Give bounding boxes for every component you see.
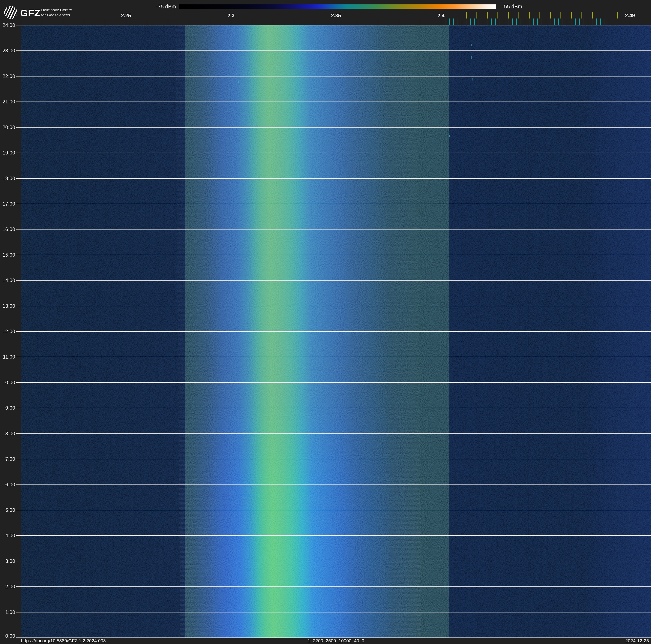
freq-minor-tick — [273, 19, 273, 25]
wifi-channel-tick — [550, 12, 551, 19]
time-gridline — [17, 408, 651, 408]
bluetooth-channel-tick — [563, 19, 563, 25]
time-gridline — [17, 153, 651, 153]
signal-speck — [239, 95, 239, 97]
freq-minor-tick — [126, 19, 126, 25]
wifi-channel-tick — [497, 12, 498, 19]
bluetooth-channel-tick — [487, 19, 488, 25]
time-label: 23:00 — [0, 48, 15, 54]
time-label: 4:00 — [0, 533, 15, 538]
bluetooth-channel-tick — [537, 19, 538, 25]
freq-minor-tick — [42, 19, 42, 25]
bluetooth-channel-tick — [504, 19, 504, 25]
wifi-channel-tick — [582, 12, 582, 19]
time-gridline — [17, 382, 651, 383]
time-gridline — [17, 127, 651, 127]
time-label: 12:00 — [0, 328, 15, 334]
time-label: 18:00 — [0, 176, 15, 181]
bluetooth-channel-tick — [474, 19, 475, 25]
bluetooth-channel-tick — [525, 19, 525, 25]
footer: https://doi.org/10.5880/GFZ.1.2.2024.003… — [0, 638, 651, 644]
signal-speck — [449, 135, 450, 137]
time-label: 6:00 — [0, 482, 15, 488]
bluetooth-channel-tick — [588, 19, 588, 25]
time-gridline — [17, 76, 651, 77]
time-label: 19:00 — [0, 150, 15, 156]
wifi-channel-tick — [617, 12, 618, 19]
freq-minor-tick — [294, 19, 294, 25]
freq-minor-tick — [252, 19, 252, 25]
bluetooth-channel-tick — [600, 19, 601, 25]
bluetooth-channel-tick — [604, 19, 605, 25]
time-label: 22:00 — [0, 74, 15, 79]
freq-tick-label: 2.3 — [227, 12, 235, 19]
freq-minor-tick — [441, 19, 441, 25]
wifi-channel-tick — [571, 12, 571, 19]
time-label: 7:00 — [0, 456, 15, 462]
freq-minor-tick — [21, 19, 21, 25]
freq-minor-tick — [378, 19, 378, 25]
bluetooth-channel-tick — [458, 19, 458, 25]
dataset-filename: 1_2200_2500_10000_40_0 — [308, 638, 364, 644]
time-gridline — [17, 25, 651, 25]
time-label: 1:00 — [0, 609, 15, 615]
time-label: 11:00 — [0, 354, 15, 360]
time-label: 3:00 — [0, 558, 15, 564]
colorbar-max-label: -55 dBm — [502, 4, 522, 10]
signal-speck — [238, 81, 239, 83]
freq-minor-tick — [630, 19, 630, 25]
bluetooth-channel-tick — [609, 19, 609, 25]
bluetooth-channel-tick — [508, 19, 508, 25]
bluetooth-channel-tick — [521, 19, 521, 25]
time-label: 24:00 — [0, 22, 15, 28]
freq-minor-tick — [420, 19, 420, 25]
wifi-channel-tick — [539, 12, 540, 19]
freq-tick-label: 2.35 — [331, 12, 341, 19]
colorbar-min-label: -75 dBm — [0, 4, 176, 10]
time-label: 9:00 — [0, 405, 15, 411]
freq-minor-tick — [105, 19, 105, 25]
time-gridline — [17, 280, 651, 281]
freq-tick-label: 2.49 — [625, 12, 635, 19]
bluetooth-channel-tick — [546, 19, 546, 25]
bluetooth-channel-tick — [462, 19, 462, 25]
spectrogram-page: GFZ Helmholtz Centre for Geosciences -75… — [0, 0, 651, 644]
bluetooth-channel-tick — [454, 19, 454, 25]
time-label: 15:00 — [0, 252, 15, 258]
time-label: 5:00 — [0, 507, 15, 513]
freq-tick-label: 2.25 — [121, 12, 131, 19]
freq-tick-label: 2.4 — [437, 12, 444, 19]
wifi-channel-tick — [476, 12, 477, 19]
bluetooth-channel-tick — [483, 19, 483, 25]
bluetooth-channel-tick — [584, 19, 584, 25]
time-gridline — [17, 255, 651, 255]
bluetooth-channel-tick — [541, 19, 542, 25]
signal-speck — [471, 56, 472, 59]
freq-minor-tick — [399, 19, 399, 25]
bluetooth-channel-tick — [567, 19, 567, 25]
bluetooth-channel-tick — [495, 19, 496, 25]
time-gridline — [17, 306, 651, 306]
wifi-channel-tick — [466, 12, 467, 19]
freq-minor-tick — [63, 19, 63, 25]
doi-link[interactable]: https://doi.org/10.5880/GFZ.1.2.2024.003 — [21, 638, 106, 644]
bluetooth-channel-tick — [558, 19, 559, 25]
time-gridline — [17, 586, 651, 587]
bluetooth-channel-tick — [596, 19, 597, 25]
bluetooth-channel-tick — [512, 19, 513, 25]
bluetooth-channel-tick — [491, 19, 492, 25]
signal-speck — [472, 48, 472, 50]
time-gridline — [17, 178, 651, 179]
signal-speck — [471, 44, 472, 46]
freq-minor-tick — [231, 19, 231, 25]
bluetooth-channel-tick — [592, 19, 592, 25]
bluetooth-channel-tick — [449, 19, 450, 25]
time-label: 17:00 — [0, 201, 15, 207]
bluetooth-channel-tick — [466, 19, 466, 25]
time-label: 21:00 — [0, 99, 15, 105]
time-label: 13:00 — [0, 303, 15, 309]
bluetooth-channel-tick — [575, 19, 576, 25]
wifi-channel-tick — [508, 12, 508, 19]
time-gridline — [17, 612, 651, 612]
bluetooth-channel-tick — [571, 19, 571, 25]
